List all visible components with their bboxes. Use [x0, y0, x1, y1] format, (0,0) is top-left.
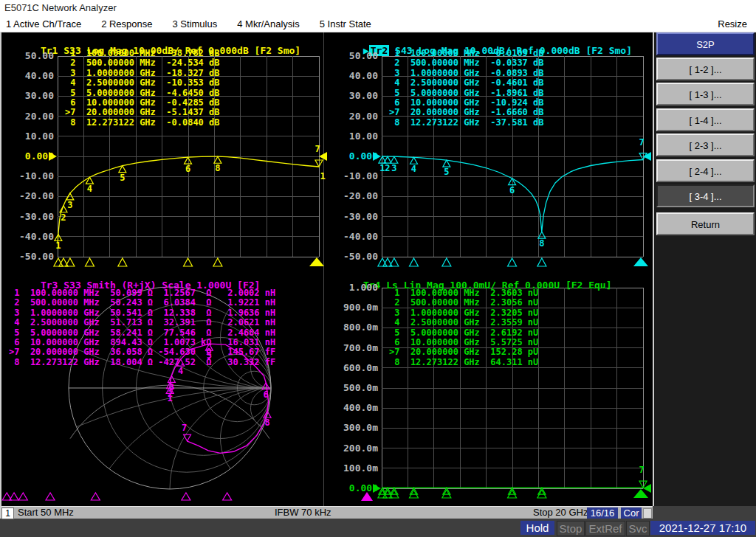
marker-stimulus-icon	[182, 493, 190, 500]
marker-stimulus-icon	[18, 493, 27, 500]
marker-number-label: 8	[539, 238, 544, 249]
channel-number-badge: 1	[1, 507, 14, 519]
panel-tr1: 123456781	[49, 56, 327, 266]
softkey-button-2-3[interactable]: [ 2-3 ]...	[656, 134, 755, 156]
ref-level-left-icon	[49, 152, 57, 161]
marker-triangle-icon	[410, 488, 417, 494]
marker-number-label: 2	[61, 212, 66, 223]
correction-badge: Cor	[621, 507, 642, 519]
marker-stimulus-icon	[223, 493, 232, 500]
marker-triangle-icon	[509, 488, 516, 494]
active-marker-stimulus-icon	[361, 492, 373, 501]
marker-number-label: 6	[264, 389, 269, 400]
stop-frequency-label: Stop 20 GHz	[533, 507, 588, 519]
marker-stimulus-icon	[85, 258, 94, 266]
panel-tr3-smith: 12345678	[2, 287, 373, 501]
marker-number-label: 7	[639, 465, 644, 475]
start-frequency-label: Start 50 MHz	[18, 507, 74, 519]
marker-number-label: 5	[120, 173, 125, 183]
marker-number-label: 4	[411, 164, 416, 174]
marker-number-label: 4	[178, 366, 183, 376]
points-badge: 16/16	[587, 507, 618, 519]
plots-svg: 12345678112345678712345678	[0, 0, 756, 537]
marker-number-label: 8	[215, 163, 220, 173]
stop-indicator: Stop	[557, 521, 585, 536]
softkey-header: S2P	[656, 32, 755, 55]
status-end-box	[643, 508, 652, 519]
marker-number-label: 7	[639, 137, 644, 148]
marker-stimulus-icon	[442, 258, 451, 266]
panel-tr4: 7	[373, 288, 651, 498]
softkey-button-1-2[interactable]: [ 1-2 ]...	[656, 58, 755, 80]
marker-triangle-icon	[391, 156, 398, 163]
marker-number-label: 3	[67, 200, 72, 210]
extref-indicator: ExtRef	[585, 521, 625, 536]
marker-stimulus-icon	[508, 258, 517, 266]
marker-stimulus-icon	[213, 258, 222, 266]
marker-number-label: 3	[169, 382, 174, 392]
ifbw-label: IFBW 70 kHz	[275, 507, 331, 519]
marker-number-label: 4	[87, 184, 92, 194]
softkey-menu: S2P[ 1-2 ]...[ 1-3 ]...[ 1-4 ]...[ 2-3 ]…	[653, 32, 756, 506]
marker-stimulus-icon	[91, 493, 100, 500]
marker-number-label: 7	[315, 144, 320, 154]
marker-triangle-icon	[384, 156, 391, 163]
marker-stimulus-icon	[118, 258, 127, 266]
marker-stimulus-icon	[184, 258, 193, 266]
active-marker-stimulus-icon	[633, 257, 648, 266]
softkey-button-return[interactable]: Return	[656, 212, 755, 235]
marker-stimulus-icon	[537, 258, 546, 266]
softkey-button-1-3[interactable]: [ 1-3 ]...	[656, 83, 755, 105]
marker-triangle-icon	[443, 488, 450, 494]
bottom-zone: 1 Start 50 MHz IFBW 70 kHz Stop 20 GHz 1…	[0, 506, 756, 537]
svc-indicator: Svc	[626, 521, 650, 536]
marker-number-label: 8	[264, 418, 269, 428]
marker-triangle-icon	[86, 177, 93, 184]
marker-number-label: 5	[444, 167, 449, 177]
datetime-display: 2021-12-27 17:10	[650, 521, 755, 535]
marker-number-label: 1	[320, 171, 325, 181]
marker-number-label: 2	[385, 163, 390, 173]
marker7-triangle-icon	[184, 434, 191, 441]
marker-number-label: 5	[207, 350, 212, 361]
marker-stimulus-icon	[409, 258, 418, 266]
marker-triangle-icon	[538, 488, 546, 494]
marker-triangle-icon	[410, 157, 417, 164]
softkey-button-2-4[interactable]: [ 2-4 ]...	[656, 159, 755, 182]
ref-level-left-icon	[373, 152, 381, 161]
marker-stimulus-icon	[46, 493, 55, 500]
softkey-button-3-4[interactable]: [ 3-4 ]...	[656, 184, 755, 207]
marker-number-label: 1	[55, 240, 61, 251]
marker-number-label: 7	[182, 423, 187, 433]
marker-triangle-icon	[391, 488, 398, 494]
hold-indicator: Hold	[520, 521, 554, 535]
softkey-button-1-4[interactable]: [ 1-4 ]...	[656, 108, 755, 131]
marker-number-label: 3	[391, 163, 396, 173]
marker-triangle-icon	[214, 156, 221, 163]
ref-level-right-icon	[319, 152, 327, 161]
marker-triangle-icon	[443, 160, 450, 167]
ref-level-left-icon	[373, 484, 381, 493]
status-bar: 1 Start 50 MHz IFBW 70 kHz Stop 20 GHz 1…	[0, 506, 653, 519]
active-marker-stimulus-icon	[633, 489, 648, 498]
active-marker-stimulus-icon	[309, 257, 324, 266]
screen-left-edge	[0, 32, 1, 519]
marker-number-label: 6	[509, 185, 515, 195]
marker-triangle-icon	[538, 232, 546, 238]
panel-tr2: 12345678	[373, 56, 651, 266]
marker-number-label: 6	[185, 164, 190, 174]
instrument-status-bar: Hold Stop ExtRef Svc 2021-12-27 17:10	[0, 519, 756, 537]
e5071c-screen: E5071C Network Analyzer 1 Active Ch/Trac…	[0, 0, 756, 537]
